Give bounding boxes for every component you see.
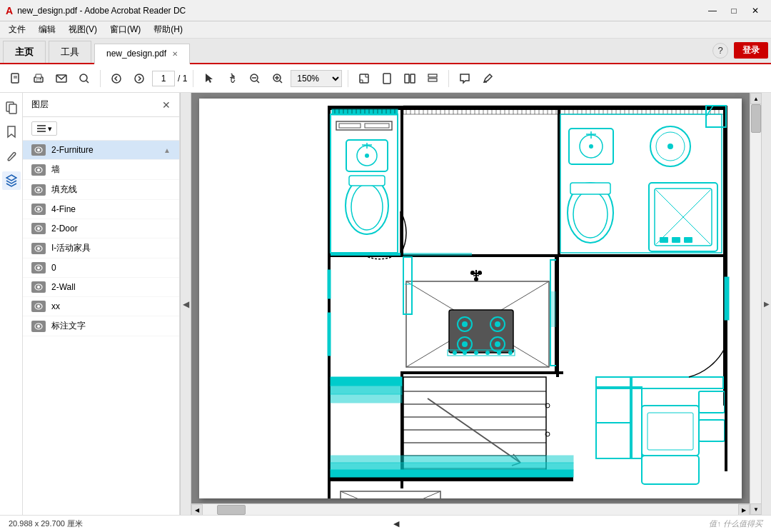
layer-item-2wall[interactable]: 2-Wall bbox=[23, 278, 179, 297]
prev-page-button[interactable] bbox=[106, 69, 126, 89]
svg-point-207 bbox=[453, 351, 457, 355]
sidebar-icon-layers[interactable] bbox=[2, 171, 21, 190]
zoom-select[interactable]: 50% 75% 100% 125% 150% 175% 200% bbox=[291, 70, 342, 87]
menu-edit[interactable]: 编辑 bbox=[33, 22, 61, 37]
scroll-left-arrow[interactable]: ◀ bbox=[191, 504, 203, 515]
svg-point-50 bbox=[37, 305, 40, 308]
titlebar-title: new_design.pdf - Adobe Acrobat Reader DC bbox=[17, 6, 186, 16]
svg-rect-266 bbox=[331, 253, 400, 256]
scroll-thumb-v[interactable] bbox=[751, 104, 761, 133]
layer-eye-annotation[interactable] bbox=[31, 321, 46, 332]
layer-eye-2wall[interactable] bbox=[31, 281, 46, 293]
menu-view[interactable]: 视图(V) bbox=[63, 22, 103, 37]
layer-item-fill[interactable]: 填充线 bbox=[23, 180, 179, 200]
horizontal-scrollbar[interactable]: ◀ ▶ bbox=[191, 503, 750, 515]
layer-item-4fine[interactable]: 4-Fine bbox=[23, 200, 179, 219]
panel-collapse-button[interactable]: ◀ bbox=[180, 93, 191, 515]
tab-document: new_design.pdf ✕ bbox=[94, 44, 190, 64]
search-button[interactable] bbox=[74, 69, 94, 89]
sidebar-icon-bookmarks[interactable] bbox=[2, 123, 21, 141]
svg-rect-5 bbox=[36, 79, 41, 81]
two-page-button[interactable] bbox=[400, 69, 420, 89]
svg-rect-237 bbox=[331, 386, 402, 394]
layer-eye-2door[interactable] bbox=[31, 223, 46, 234]
scroll-thumb-h[interactable] bbox=[217, 505, 246, 515]
layer-eye-xx[interactable] bbox=[31, 301, 46, 312]
layer-item-2door[interactable]: 2-Door bbox=[23, 219, 179, 239]
layer-eye-0[interactable] bbox=[31, 262, 46, 273]
minimize-button[interactable]: — bbox=[702, 4, 722, 18]
layer-name-annotation: 标注文字 bbox=[51, 320, 171, 332]
menu-window[interactable]: 窗口(W) bbox=[104, 22, 146, 37]
svg-point-44 bbox=[37, 247, 40, 250]
layer-eye-wall[interactable] bbox=[31, 164, 46, 176]
login-button[interactable]: 登录 bbox=[734, 42, 768, 59]
tab-home[interactable]: 主页 bbox=[3, 41, 46, 63]
pdf-view-area[interactable]: 空调 bbox=[191, 93, 761, 515]
menubar: 文件 编辑 视图(V) 窗口(W) 帮助(H) bbox=[0, 21, 771, 39]
scroll-button[interactable] bbox=[423, 69, 443, 89]
layers-close-button[interactable]: ✕ bbox=[162, 99, 171, 111]
email-button[interactable] bbox=[51, 69, 71, 89]
menu-file[interactable]: 文件 bbox=[3, 22, 31, 37]
layer-item-annotation[interactable]: 标注文字 bbox=[23, 316, 179, 336]
layer-name-wall: 墙 bbox=[51, 164, 171, 176]
zoom-out-button[interactable] bbox=[245, 69, 265, 89]
vertical-scrollbar[interactable]: ▲ ▼ bbox=[750, 93, 761, 515]
page-input[interactable]: 1 bbox=[152, 71, 175, 86]
svg-rect-242 bbox=[331, 456, 573, 463]
scroll-right-arrow[interactable]: ▶ bbox=[738, 504, 750, 515]
layer-eye-furniture[interactable] bbox=[31, 243, 46, 254]
svg-point-46 bbox=[37, 266, 40, 269]
next-page-button[interactable] bbox=[129, 69, 149, 89]
sidebar-icon-pages[interactable] bbox=[2, 99, 21, 117]
menu-help[interactable]: 帮助(H) bbox=[148, 22, 188, 37]
scroll-up-arrow[interactable]: ▲ bbox=[750, 93, 761, 104]
close-button[interactable]: ✕ bbox=[745, 4, 765, 18]
svg-rect-260 bbox=[725, 277, 729, 320]
layer-item-furniture[interactable]: I-活动家具 bbox=[23, 239, 179, 259]
statusbar-left-nav[interactable]: ◀ bbox=[393, 519, 399, 528]
layers-list: 2-Furniture ▲ 墙 填充线 4-Fine bbox=[23, 141, 179, 515]
right-panel-toggle[interactable]: ▶ bbox=[761, 93, 771, 515]
comment-button[interactable] bbox=[455, 69, 475, 89]
fit-page-button[interactable] bbox=[354, 69, 374, 89]
tab-doc-title: new_design.pdf bbox=[106, 49, 166, 59]
maximize-button[interactable]: □ bbox=[724, 4, 744, 18]
sidebar-icon-attachments[interactable] bbox=[2, 147, 21, 166]
svg-point-42 bbox=[37, 227, 40, 230]
pdf-page: 空调 bbox=[199, 99, 742, 498]
hand-tool-button[interactable] bbox=[222, 69, 242, 89]
layer-item-2furniture[interactable]: 2-Furniture ▲ bbox=[23, 141, 179, 160]
svg-point-201 bbox=[495, 321, 500, 327]
help-button[interactable]: ? bbox=[712, 43, 728, 59]
svg-point-205 bbox=[495, 341, 500, 347]
tab-tools[interactable]: 工具 bbox=[49, 41, 91, 63]
svg-point-209 bbox=[474, 351, 478, 355]
layer-item-wall[interactable]: 墙 bbox=[23, 160, 179, 180]
svg-point-176 bbox=[667, 144, 673, 149]
layer-eye-2furniture[interactable] bbox=[31, 144, 46, 156]
watermark-text: 值↑ 什么值得买 bbox=[709, 518, 762, 529]
new-button[interactable] bbox=[6, 69, 26, 89]
sidebar-icons bbox=[0, 93, 23, 515]
svg-rect-186 bbox=[684, 237, 692, 243]
print-button[interactable] bbox=[29, 69, 49, 89]
svg-point-6 bbox=[40, 78, 41, 79]
scroll-track-h[interactable] bbox=[203, 504, 738, 515]
layers-options-button[interactable]: ▾ bbox=[31, 121, 57, 136]
layer-item-0[interactable]: 0 bbox=[23, 259, 179, 278]
scroll-track-v[interactable] bbox=[750, 104, 761, 503]
layer-eye-4fine[interactable] bbox=[31, 204, 46, 215]
svg-rect-179 bbox=[570, 183, 610, 194]
select-tool-button[interactable] bbox=[199, 69, 219, 89]
single-page-button[interactable] bbox=[377, 69, 397, 89]
zoom-in-button[interactable] bbox=[268, 69, 288, 89]
tab-close-button[interactable]: ✕ bbox=[172, 50, 178, 58]
svg-point-40 bbox=[37, 208, 40, 211]
draw-button[interactable] bbox=[478, 69, 498, 89]
scroll-down-arrow[interactable]: ▼ bbox=[750, 503, 761, 515]
layer-name-fill: 填充线 bbox=[51, 184, 171, 196]
layer-eye-fill[interactable] bbox=[31, 184, 46, 196]
layer-item-xx[interactable]: xx bbox=[23, 297, 179, 316]
